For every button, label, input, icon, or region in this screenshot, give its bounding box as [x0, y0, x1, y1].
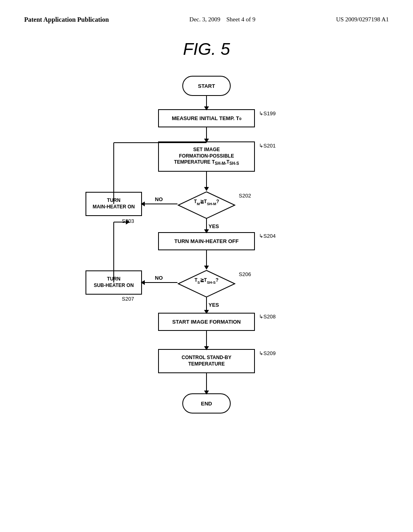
header-sheet: Sheet 4 of 9: [226, 16, 255, 23]
header-publication: Patent Application Publication: [24, 16, 109, 23]
s199-box: MEASURE INITIAL TEMP. T₀: [158, 109, 255, 127]
start-label: START: [198, 83, 215, 89]
header-center: Dec. 3, 2009 Sheet 4 of 9: [190, 16, 256, 23]
s207-box: TURN SUB-HEATER ON: [86, 270, 142, 295]
figure-title: FIG. 5: [183, 39, 230, 59]
s207-label: S207: [122, 296, 134, 302]
end-node: END: [182, 393, 231, 414]
header-patent-number: US 2009/0297198 A1: [336, 16, 389, 23]
svg-text:YES: YES: [209, 302, 219, 308]
s202-diamond: TM≧TSH-M?: [177, 191, 236, 219]
s207-text: TURN SUB-HEATER ON: [94, 276, 133, 289]
header-date: Dec. 3, 2009: [190, 16, 221, 23]
s204-box: TURN MAIN-HEATER OFF: [158, 232, 255, 250]
s199-label: ↳S199: [259, 110, 275, 116]
svg-text:NO: NO: [155, 275, 163, 281]
end-label: END: [201, 401, 212, 407]
svg-marker-5: [204, 187, 209, 191]
s206-diamond: TS≧TSH-S?: [177, 270, 236, 298]
s202-label: S202: [239, 193, 251, 199]
s204-text: TURN MAIN-HEATER OFF: [174, 238, 238, 244]
s208-box: START IMAGE FORMATION: [158, 313, 255, 331]
page-header: Patent Application Publication Dec. 3, 2…: [0, 0, 413, 31]
svg-text:NO: NO: [155, 196, 163, 202]
svg-marker-15: [204, 266, 209, 270]
s201-box: SET IMAGE FORMATION-POSSIBLE TEMPERATURE…: [158, 141, 255, 172]
diagram-container: FIG. 5 YES NO: [0, 31, 413, 522]
s208-label: ↳S208: [259, 314, 275, 320]
s204-label: ↳S204: [259, 233, 275, 239]
svg-text:YES: YES: [209, 223, 219, 229]
s203-text: TURN MAIN-HEATER ON: [93, 197, 135, 210]
s209-text: CONTROL STAND-BY TEMPERATURE: [181, 355, 232, 367]
s199-text: MEASURE INITIAL TEMP. T₀: [172, 115, 241, 121]
flowchart: YES NO YES NO: [65, 71, 348, 506]
s208-text: START IMAGE FORMATION: [172, 319, 241, 325]
s201-label: ↳S201: [259, 143, 275, 149]
s203-label: S203: [122, 218, 134, 224]
s209-label: ↳S209: [259, 350, 275, 356]
s201-text: SET IMAGE FORMATION-POSSIBLE TEMPERATURE…: [174, 147, 239, 166]
s206-label: S206: [239, 271, 251, 277]
s203-box: TURN MAIN-HEATER ON: [86, 192, 142, 216]
s209-box: CONTROL STAND-BY TEMPERATURE: [158, 349, 255, 373]
start-node: START: [182, 76, 231, 96]
